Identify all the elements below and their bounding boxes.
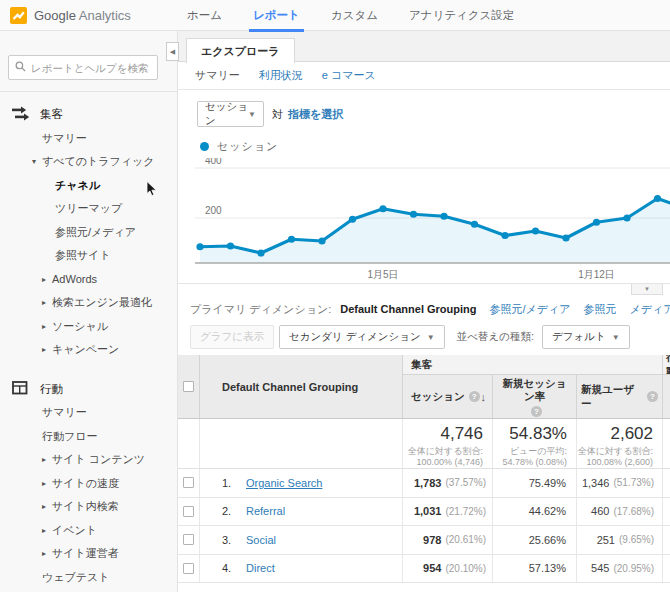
sidebar-section-acquisition[interactable]: 集客 [0, 103, 178, 127]
svg-text:200: 200 [205, 205, 222, 216]
nav-tab[interactable]: カスタム [329, 0, 380, 31]
row-checkbox[interactable] [183, 477, 194, 488]
sidebar-item[interactable]: 行動フロー [0, 425, 178, 449]
sessions-cell: 1,783(37.57%) [403, 469, 493, 497]
analytics-logo-icon [10, 7, 27, 24]
collapse-arrow-icon: ▾ [32, 157, 42, 166]
channel-link[interactable]: Direct [246, 562, 275, 574]
row-rank: 3. [222, 534, 238, 546]
tab-explorer[interactable]: エクスプローラ [186, 38, 295, 63]
channel-link[interactable]: Social [246, 534, 276, 546]
sidebar-item[interactable]: ▸サイト内検索 [0, 495, 178, 519]
sidebar-item[interactable]: サマリー [0, 127, 178, 151]
select-metric-link[interactable]: 指標を選択 [288, 107, 343, 122]
sidebar-item-label: サイト コンテンツ [52, 452, 145, 467]
row-rank: 2. [222, 505, 238, 517]
sidebar-item[interactable]: ▾すべてのトラフィック [0, 150, 178, 174]
sidebar-item[interactable]: サマリー [0, 401, 178, 425]
sidebar-item[interactable]: ▸ソーシャル [0, 315, 178, 339]
sidebar-item[interactable]: ツリーマップ [0, 197, 178, 221]
nav-tab[interactable]: ホーム [185, 0, 224, 31]
nav-tab[interactable]: レポート [251, 0, 302, 31]
select-all-checkbox[interactable] [183, 381, 194, 392]
new-session-rate-cell: 44.62% [493, 498, 577, 526]
dimension-link-medium[interactable]: メディア [630, 302, 670, 317]
google-analytics-logo[interactable]: Google Analytics [0, 7, 176, 24]
column-header-new-users[interactable]: 新規ユーザー ? [577, 375, 663, 418]
sidebar-item-label: イベント [52, 523, 97, 538]
row-rank: 1. [222, 477, 238, 489]
table-row: 4.Direct954(20.10%)57.13%545(20.95%) [178, 555, 670, 584]
secondary-dimension-dropdown[interactable]: セカンダリ ディメンション▼ [279, 325, 445, 349]
column-header-sessions[interactable]: セッション ? ↓ [403, 375, 493, 418]
sidebar-item-label: ソーシャル [52, 319, 108, 334]
sidebar-item-label: サマリー [42, 131, 87, 146]
group-header-acquisition: 集客 [403, 355, 663, 374]
sidebar-item-label: 集客 [40, 107, 63, 122]
sort-type-dropdown[interactable]: デフォルト▼ [542, 325, 630, 349]
sidebar-item[interactable]: 参照サイト [0, 244, 178, 268]
sidebar-section-behavior[interactable]: 行動 [0, 378, 178, 402]
help-icon[interactable]: ? [469, 391, 480, 402]
nav-tab[interactable]: アナリティクス設定 [407, 0, 516, 31]
vs-label: 対 [272, 107, 283, 122]
table-row: 1.Organic Search1,783(37.57%)75.49%1,346… [178, 469, 670, 498]
sidebar-item[interactable]: 参照元/メディア [0, 221, 178, 245]
subnav-usage[interactable]: 利用状況 [259, 68, 303, 83]
sidebar-nav: 集客サマリー▾すべてのトラフィックチャネルツリーマップ参照元/メディア参照サイト… [0, 97, 178, 589]
totals-new-users: 2,602 全体に対する割合:100.08% (2,600) [577, 419, 663, 468]
sessions-cell: 1,031(21.72%) [403, 498, 493, 526]
sessions-cell: 954(20.10%) [403, 555, 493, 583]
sort-desc-icon[interactable]: ↓ [481, 391, 487, 403]
help-icon[interactable]: ? [647, 391, 658, 402]
sidebar-collapse-button[interactable]: ◀ [166, 42, 179, 61]
row-checkbox[interactable] [183, 534, 194, 545]
subnav-summary[interactable]: サマリー [195, 68, 240, 83]
sidebar-item-label: ウェブテスト [42, 570, 110, 585]
expand-arrow-icon: ▸ [42, 526, 52, 535]
column-header-new-session-rate[interactable]: 新規セッション率 ? [493, 375, 577, 418]
sidebar-item[interactable]: ▸サイトの速度 [0, 472, 178, 496]
expand-arrow-icon: ▸ [42, 549, 52, 558]
search-input[interactable] [31, 62, 151, 74]
metric-selector-dropdown[interactable]: セッション ▼ [197, 101, 264, 127]
acquisition-icon [9, 106, 31, 124]
dimension-link-source-medium[interactable]: 参照元/メディア [490, 302, 571, 317]
new-session-rate-cell: 75.49% [493, 469, 577, 497]
sidebar-item[interactable]: ▸AdWords [0, 268, 178, 292]
chart-options-toggle[interactable]: ▼ [631, 284, 663, 295]
totals-sessions: 4,746 全体に対する割合:100.00% (4,746) [403, 419, 493, 468]
sidebar-item[interactable]: ▸サイト コンテンツ [0, 448, 178, 472]
nav-tabs: ホームレポートカスタムアナリティクス設定 [185, 0, 516, 31]
search-icon [15, 61, 26, 74]
new-session-rate-cell: 57.13% [493, 555, 577, 583]
sidebar-item-label: サマリー [42, 405, 87, 420]
report-subnav: サマリー 利用状況 e コマース [178, 62, 670, 90]
plot-rows-button[interactable]: グラフに表示 [190, 325, 274, 349]
sidebar-item-label: すべてのトラフィック [42, 154, 155, 169]
subnav-ecommerce[interactable]: e コマース [322, 68, 376, 83]
row-checkbox[interactable] [183, 563, 194, 574]
channel-link[interactable]: Organic Search [246, 477, 322, 489]
dimension-link-source[interactable]: 参照元 [584, 302, 617, 317]
new-users-cell: 251(9.65%) [577, 526, 663, 554]
channel-link[interactable]: Referral [246, 505, 285, 517]
sidebar-item[interactable]: ▸キャンペーン [0, 338, 178, 362]
sidebar-item[interactable]: ▸イベント [0, 519, 178, 543]
sidebar-item[interactable]: ウェブテスト [0, 566, 178, 590]
ga-report-page: { "colors": { "accent_blue": "#4285f4", … [0, 0, 670, 592]
sidebar-item[interactable]: ▸サイト運営者 [0, 542, 178, 566]
row-checkbox[interactable] [183, 506, 194, 517]
primary-dimension-selected[interactable]: Default Channel Grouping [340, 303, 476, 315]
channels-table: Default Channel Grouping 集客 行動 セッション ? ↓… [178, 355, 670, 583]
svg-text:1月5日: 1月5日 [367, 269, 398, 280]
sidebar-search-box[interactable] [8, 55, 158, 80]
sidebar-item-label: AdWords [52, 273, 97, 285]
chart-panel-divider [178, 283, 670, 284]
expand-arrow-icon: ▸ [42, 298, 52, 307]
sidebar-item[interactable]: ▸検索エンジン最適化 [0, 291, 178, 315]
dimension-column-header[interactable]: Default Channel Grouping [200, 355, 403, 418]
help-icon[interactable]: ? [531, 406, 542, 417]
table-row: 2.Referral1,031(21.72%)44.62%460(17.68%) [178, 498, 670, 527]
sidebar-item-label: サイト内検索 [52, 499, 119, 514]
